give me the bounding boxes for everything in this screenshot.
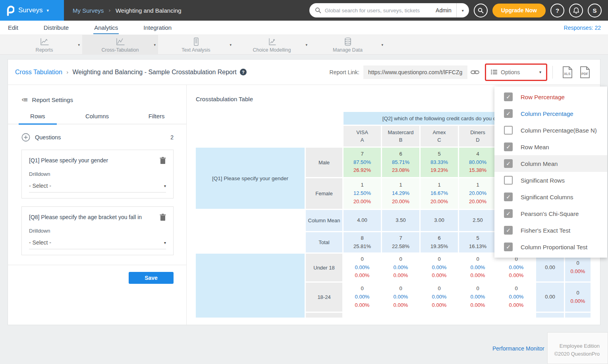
report-help-icon[interactable]: ? xyxy=(240,69,247,75)
save-button[interactable]: Save xyxy=(129,272,174,284)
row-mean-cell: 0.00 xyxy=(536,254,564,281)
cross-chart-icon xyxy=(115,37,125,46)
delete-question-icon[interactable] xyxy=(160,157,166,164)
actions-divider xyxy=(552,66,553,79)
checkbox-icon[interactable] xyxy=(504,126,513,135)
toolbar-item-manage-data[interactable]: Manage Data▾ xyxy=(310,35,386,55)
report-title: Weighting and Balancing - Sample Crossta… xyxy=(73,69,237,76)
menu-item-pearson-s-chi-square[interactable]: ✓Pearson's Chi-Square xyxy=(494,205,607,222)
svg-text:XLS: XLS xyxy=(564,72,571,76)
data-cell: 685.71%23.08% xyxy=(382,148,419,177)
checkbox-icon[interactable] xyxy=(504,176,513,185)
summary-cell: 2.50 xyxy=(459,210,496,231)
list-icon xyxy=(491,69,497,75)
drilldown-select[interactable]: - Select -▾ xyxy=(29,183,166,193)
toolbar-caret-icon[interactable]: ▾ xyxy=(230,43,232,47)
toolbar-caret-icon[interactable]: ▾ xyxy=(78,43,80,47)
summary-cell: 722.58% xyxy=(382,232,419,252)
search-scope[interactable]: Admin xyxy=(431,7,456,13)
menu-item-row-percentage[interactable]: ✓Row Percentage xyxy=(494,89,607,105)
summary-cell: 619.35% xyxy=(421,232,458,252)
toolbar-caret-icon[interactable]: ▾ xyxy=(305,43,307,47)
product-switcher[interactable]: Surveys ▾ xyxy=(0,0,64,21)
summary-cell: 3.00 xyxy=(421,210,458,231)
toolbar-item-cross-tabulation[interactable]: Cross-Tabulation▾ xyxy=(82,35,158,55)
performance-monitor-link[interactable]: Performance Monitor xyxy=(492,345,544,352)
avatar[interactable]: S xyxy=(588,4,602,17)
search-scope-caret-icon[interactable]: ▾ xyxy=(457,8,469,13)
toolbar-caret-icon[interactable]: ▾ xyxy=(381,43,383,47)
help-button[interactable]: ? xyxy=(550,4,564,17)
breadcrumb-chevron-icon: › xyxy=(108,7,111,13)
search-submit-button[interactable] xyxy=(474,4,488,17)
drilldown-select[interactable]: - Select -▾ xyxy=(29,239,166,249)
menu-item-column-percentage-base-n-[interactable]: Column Percentage(Base N) xyxy=(494,122,607,139)
product-name: Surveys xyxy=(18,6,42,14)
question-cards: [Q1] Please specify your genderDrilldown… xyxy=(8,150,186,255)
checkbox-icon[interactable]: ✓ xyxy=(504,243,513,251)
menu-item-column-mean[interactable]: ✓Column Mean xyxy=(494,155,607,172)
report-link-url[interactable]: https://www.questionpro.com/t/lFFCZg xyxy=(363,65,467,79)
settings-tab-rows[interactable]: Rows xyxy=(8,113,68,124)
export-xls-icon[interactable]: XLS xyxy=(562,66,573,79)
menu-item-fisher-s-exact-test[interactable]: ✓Fisher's Exact Test xyxy=(494,222,607,239)
menu-item-significant-rows[interactable]: Significant Rows xyxy=(494,172,607,189)
link-icon[interactable] xyxy=(471,69,479,75)
summary-cell: 3.50 xyxy=(382,210,419,231)
row-mean-cell: 0.00 xyxy=(536,283,564,312)
search-icon xyxy=(478,8,484,13)
choice-chart-icon xyxy=(267,37,277,46)
card-column-header: DinersD xyxy=(459,126,496,146)
options-dropdown-menu: ✓Row Percentage✓Column PercentageColumn … xyxy=(494,87,607,258)
settings-tabs: RowsColumnsFilters xyxy=(8,113,186,124)
menu-item-row-mean[interactable]: ✓Row Mean xyxy=(494,139,607,155)
cross-tabulation-link[interactable]: Cross Tabulation xyxy=(15,69,62,76)
menu-item-column-proportional-test[interactable]: ✓Column Proportional Test xyxy=(494,239,607,255)
upgrade-now-button[interactable]: Upgrade Now xyxy=(492,4,546,17)
nav-tab-distribute[interactable]: Distribute xyxy=(43,21,69,34)
checkbox-icon[interactable]: ✓ xyxy=(504,109,513,118)
toolbar-item-reports[interactable]: Reports▾ xyxy=(6,35,82,55)
checkbox-icon[interactable]: ✓ xyxy=(504,209,513,218)
nav-tab-analytics[interactable]: Analytics xyxy=(93,21,119,34)
questions-count: 2 xyxy=(170,134,174,141)
menu-item-significant-columns[interactable]: ✓Significant Columns xyxy=(494,189,607,205)
checkbox-icon[interactable]: ✓ xyxy=(504,92,513,101)
collapse-panel-icon[interactable]: ‹≡ xyxy=(21,96,27,103)
toolbar-item-choice-modelling[interactable]: Choice Modelling▾ xyxy=(234,35,310,55)
nav-tab-integration[interactable]: Integration xyxy=(143,21,172,34)
edition-label: Employee Edition xyxy=(548,342,600,350)
global-search[interactable]: Admin ▾ xyxy=(309,3,469,17)
breadcrumb-my-surveys[interactable]: My Surveys xyxy=(73,7,104,14)
settings-tab-columns[interactable]: Columns xyxy=(68,113,127,124)
toolbar-item-text-analysis[interactable]: Text Analysis▾ xyxy=(158,35,234,55)
drilldown-label: Drilldown xyxy=(29,171,166,177)
add-question-icon[interactable] xyxy=(21,133,30,142)
nav-tab-edit[interactable]: Edit xyxy=(7,21,19,34)
checkbox-icon[interactable]: ✓ xyxy=(504,193,513,201)
menu-item-column-percentage[interactable]: ✓Column Percentage xyxy=(494,105,607,122)
checkbox-icon[interactable]: ✓ xyxy=(504,159,513,168)
checkbox-icon[interactable]: ✓ xyxy=(504,143,513,151)
report-header: Cross Tabulation › Weighting and Balanci… xyxy=(8,60,600,85)
drilldown-label: Drilldown xyxy=(29,228,166,234)
notifications-button[interactable] xyxy=(569,4,583,17)
data-cell: 00.00%0.00% xyxy=(498,283,535,312)
card-column-header: AmexC xyxy=(421,126,458,146)
report-actions: Report Link: https://www.questionpro.com… xyxy=(330,64,594,81)
export-pdf-icon[interactable]: PDF xyxy=(579,66,591,79)
settings-tab-filters[interactable]: Filters xyxy=(127,113,186,124)
search-input[interactable] xyxy=(325,8,431,13)
svg-text:PDF: PDF xyxy=(581,72,588,76)
delete-question-icon[interactable] xyxy=(160,214,166,221)
responses-count[interactable]: Responses: 22 xyxy=(564,25,601,31)
questions-row: Questions 2 xyxy=(8,124,186,142)
data-cell: 00.00%0.00% xyxy=(459,283,496,312)
checkbox-icon[interactable]: ✓ xyxy=(504,226,513,235)
toolbar-caret-icon[interactable]: ▾ xyxy=(154,43,156,47)
card-column-header: MastercardB xyxy=(382,126,419,146)
data-cell: 00.00%0.00% xyxy=(421,254,458,281)
options-button[interactable]: Options ▾ xyxy=(485,64,547,81)
question-title: [Q8] Please specify the age bracket you … xyxy=(29,214,160,221)
questions-label: Questions xyxy=(35,134,61,141)
